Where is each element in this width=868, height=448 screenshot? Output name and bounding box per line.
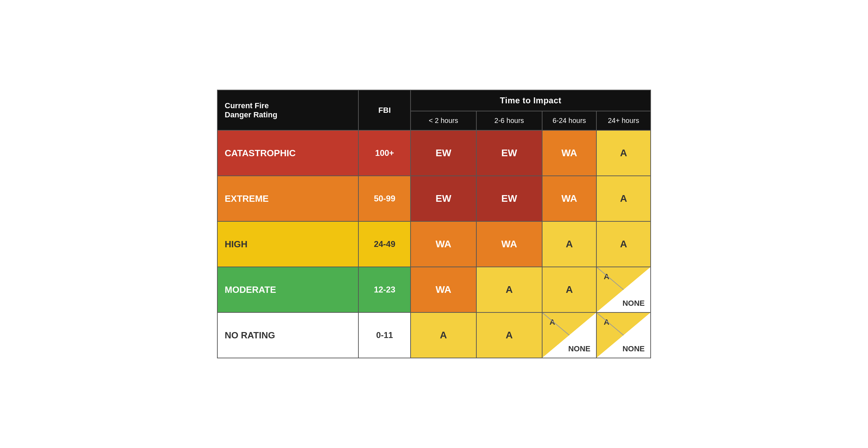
- fbi-catastrophic: 100+: [358, 130, 411, 176]
- row-norating: NO RATING 0-11 A A A NONE: [217, 312, 651, 358]
- split-container-moderate: A NONE: [597, 267, 650, 312]
- main-table-wrapper: Current Fire Danger Rating FBI Time to I…: [217, 90, 651, 358]
- split-bottom-text-norating-3: NONE: [568, 344, 590, 353]
- label-moderate: MODERATE: [217, 267, 358, 312]
- cell-catastrophic-lt2: EW: [411, 130, 476, 176]
- cell-high-lt2: WA: [411, 221, 476, 267]
- sub-header-2to6: 2-6 hours: [476, 111, 542, 130]
- split-container-norating-3: A NONE: [542, 313, 596, 358]
- cell-high-24plus: A: [596, 221, 651, 267]
- cell-moderate-lt2: WA: [411, 267, 476, 312]
- fbi-high: 24-49: [358, 221, 411, 267]
- cell-moderate-6to24: A: [542, 267, 596, 312]
- row-high: HIGH 24-49 WA WA A A: [217, 221, 651, 267]
- cell-catastrophic-24plus: A: [596, 130, 651, 176]
- cell-extreme-24plus: A: [596, 176, 651, 221]
- label-high: HIGH: [217, 221, 358, 267]
- cell-norating-6to24: A NONE: [542, 312, 596, 358]
- cell-norating-lt2: A: [411, 312, 476, 358]
- cell-high-6to24: A: [542, 221, 596, 267]
- fbi-norating: 0-11: [358, 312, 411, 358]
- sub-header-lt2: < 2 hours: [411, 111, 476, 130]
- cell-norating-24plus: A NONE: [596, 312, 651, 358]
- row-catastrophic: CATASTROPHIC 100+ EW EW WA A: [217, 130, 651, 176]
- cell-moderate-24plus: A NONE: [596, 267, 651, 312]
- cell-high-2to6: WA: [476, 221, 542, 267]
- label-norating: NO RATING: [217, 312, 358, 358]
- sub-header-6to24: 6-24 hours: [542, 111, 596, 130]
- cell-extreme-6to24: WA: [542, 176, 596, 221]
- cell-norating-2to6: A: [476, 312, 542, 358]
- split-bottom-text-norating-4: NONE: [622, 344, 645, 353]
- row-moderate: MODERATE 12-23 WA A A A NONE: [217, 267, 651, 312]
- row-extreme: EXTREME 50-99 EW EW WA A: [217, 176, 651, 221]
- fbi-extreme: 50-99: [358, 176, 411, 221]
- sub-header-24plus: 24+ hours: [596, 111, 651, 130]
- header-row-main: Current Fire Danger Rating FBI Time to I…: [217, 90, 651, 111]
- cell-moderate-2to6: A: [476, 267, 542, 312]
- label-extreme: EXTREME: [217, 176, 358, 221]
- cell-catastrophic-6to24: WA: [542, 130, 596, 176]
- cell-extreme-lt2: EW: [411, 176, 476, 221]
- cell-extreme-2to6: EW: [476, 176, 542, 221]
- split-container-norating-4: A NONE: [597, 313, 650, 358]
- split-bottom-text-moderate: NONE: [622, 299, 645, 308]
- col-danger-header: Current Fire Danger Rating: [217, 90, 358, 130]
- cell-catastrophic-2to6: EW: [476, 130, 542, 176]
- label-catastrophic: CATASTROPHIC: [217, 130, 358, 176]
- time-to-impact-header: Time to Impact: [411, 90, 651, 111]
- fire-danger-table: Current Fire Danger Rating FBI Time to I…: [217, 90, 651, 358]
- fbi-moderate: 12-23: [358, 267, 411, 312]
- col-fbi-header: FBI: [358, 90, 411, 130]
